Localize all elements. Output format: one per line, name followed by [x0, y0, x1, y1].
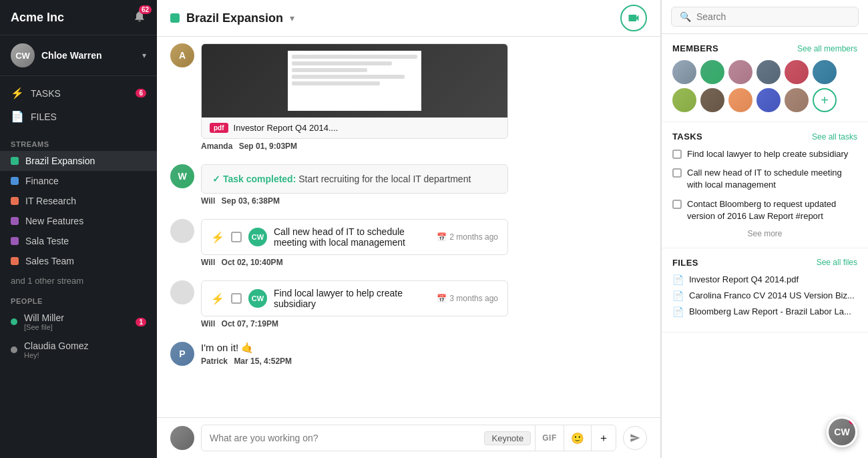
task-list-checkbox[interactable] [672, 168, 682, 178]
search-icon: 🔍 [680, 11, 691, 22]
message-group: P I'm on it! 🤙 Patrick Mar 15, 4:52PM [170, 342, 647, 369]
stream-item-sala-teste[interactable]: Sala Teste [0, 231, 157, 251]
member-avatar [756, 60, 781, 84]
tasks-title: TASKS [672, 132, 702, 142]
task-list-item: Find local lawyer to help create subsidi… [672, 148, 857, 160]
channel-name: Brazil Expansion [186, 11, 283, 25]
emoji-button[interactable]: 🙂 [564, 425, 591, 451]
task-list-checkbox[interactable] [672, 200, 682, 209]
message-group: W ✓ Task completed: Start recruiting for… [170, 164, 647, 208]
other-streams-link[interactable]: and 1 other stream [0, 271, 157, 290]
msg-sender: Amanda [201, 142, 232, 151]
task-checkbox[interactable] [231, 232, 242, 242]
msg-sender: Will [201, 196, 215, 206]
keynote-label[interactable]: Keynote [484, 431, 531, 445]
stream-label: Sala Teste [25, 236, 69, 246]
stream-dot [11, 197, 19, 205]
people-item-claudia[interactable]: Claudia Gomez Hey! [0, 336, 157, 364]
messages-container: A p [157, 37, 660, 417]
members-section: MEMBERS See all members + [662, 34, 868, 122]
avatar-placeholder [170, 219, 194, 243]
files-section: FILES See all files 📄 Investor Report Q4… [662, 248, 868, 332]
file-doc-icon: 📄 [672, 274, 684, 285]
file-list-name: Investor Report Q4 2014.pdf [689, 274, 799, 284]
see-all-files-link[interactable]: See all files [817, 258, 857, 267]
current-user-avatar-bottom[interactable]: CW 1 [827, 417, 857, 447]
see-all-tasks-link[interactable]: See all tasks [812, 132, 857, 142]
people-name: Will Miller [24, 312, 64, 323]
nav-item-tasks[interactable]: ⚡ TASKS 6 [0, 81, 157, 105]
task-time: 📅 2 months ago [437, 232, 498, 242]
user-section[interactable]: CW Chloe Warren ▾ [0, 35, 157, 76]
notification-bell[interactable]: 62 [133, 9, 146, 25]
people-section-label: PEOPLE [0, 290, 157, 308]
sidebar: Acme Inc 62 CW Chloe Warren ▾ ⚡ TASKS 6 … [0, 0, 157, 458]
send-button[interactable] [623, 426, 647, 450]
stream-item-brazil[interactable]: Brazil Expansion [0, 151, 157, 171]
lightning-icon: ⚡ [211, 231, 224, 244]
see-more-tasks-link[interactable]: See more [672, 229, 857, 238]
gif-button[interactable]: GIF [535, 425, 564, 451]
msg-sender: Patrick [201, 357, 228, 366]
video-call-button[interactable] [620, 5, 647, 31]
member-avatar [672, 60, 696, 84]
task-list-item: Call new head of IT to schedule meeting … [672, 167, 857, 191]
avatar: W [170, 164, 194, 188]
nav-tasks-label: TASKS [31, 88, 61, 99]
people-sub: Hey! [24, 351, 89, 359]
file-list-item: 📄 Carolina Franco CV 2014 US Version Biz… [672, 290, 857, 301]
channel-chevron-icon[interactable]: ▾ [290, 13, 294, 23]
sidebar-header: Acme Inc 62 [0, 0, 157, 35]
attach-button[interactable]: ＋ [591, 425, 616, 451]
file-doc-icon: 📄 [672, 306, 684, 317]
chat-input-box: Keynote GIF 🙂 ＋ [201, 425, 616, 451]
stream-item-finance[interactable]: Finance [0, 171, 157, 191]
stream-item-sales-team[interactable]: Sales Team [0, 251, 157, 271]
task-checkbox[interactable] [231, 293, 242, 304]
chat-input[interactable] [202, 433, 480, 443]
task-assignee-avatar: CW [248, 289, 267, 308]
member-avatar [756, 88, 781, 112]
stream-label: Brazil Expansion [25, 156, 95, 166]
notification-badge: 62 [139, 5, 152, 14]
stream-item-new-features[interactable]: New Features [0, 211, 157, 231]
pdf-badge: pdf [210, 123, 228, 133]
members-grid: + [672, 60, 857, 112]
stream-dot [11, 177, 19, 185]
current-user-avatar [170, 426, 194, 450]
member-avatar [785, 60, 809, 84]
people-item-will[interactable]: Will Miller [See file] 1 [0, 308, 157, 336]
offline-indicator [11, 347, 17, 353]
message-group: ⚡ CW Find local lawyer to help create su… [170, 280, 647, 331]
member-avatar [700, 60, 724, 84]
stream-item-it-research[interactable]: IT Research [0, 191, 157, 211]
nav-files-label: FILES [31, 111, 57, 122]
msg-time: Mar 15, 4:52PM [234, 357, 292, 366]
task-list-checkbox[interactable] [672, 150, 682, 159]
people-sub: [See file] [24, 323, 64, 331]
files-title: FILES [672, 258, 698, 268]
stream-dot [11, 257, 19, 265]
task-list-item: Contact Bloomberg to request updated ver… [672, 198, 857, 222]
msg-time: Sep 01, 9:03PM [239, 142, 297, 151]
task-time-text: 3 months ago [449, 294, 498, 303]
right-panel: 🔍 MEMBERS See all members + TASKS S [661, 0, 868, 458]
member-avatar [728, 60, 752, 84]
task-time-text: 2 months ago [449, 232, 498, 242]
nav-item-files[interactable]: 📄 FILES [0, 105, 157, 128]
member-avatar [700, 88, 724, 112]
search-bar: 🔍 [662, 0, 868, 34]
see-all-members-link[interactable]: See all members [797, 44, 857, 53]
members-title: MEMBERS [672, 43, 718, 53]
user-name: Chloe Warren [41, 50, 102, 61]
people-badge: 1 [136, 318, 146, 326]
file-list-name: Carolina Franco CV 2014 US Version Biz..… [689, 290, 855, 300]
msg-time: Sep 03, 6:38PM [222, 196, 280, 206]
avatar: A [170, 43, 194, 67]
search-input[interactable] [696, 11, 850, 22]
task-card: ⚡ CW Call new head of IT to schedule mee… [201, 219, 508, 255]
add-member-button[interactable]: + [813, 88, 837, 112]
msg-time: Oct 07, 7:19PM [222, 319, 278, 328]
calendar-icon: 📅 [437, 232, 447, 242]
task-card: ⚡ CW Find local lawyer to help create su… [201, 280, 508, 316]
